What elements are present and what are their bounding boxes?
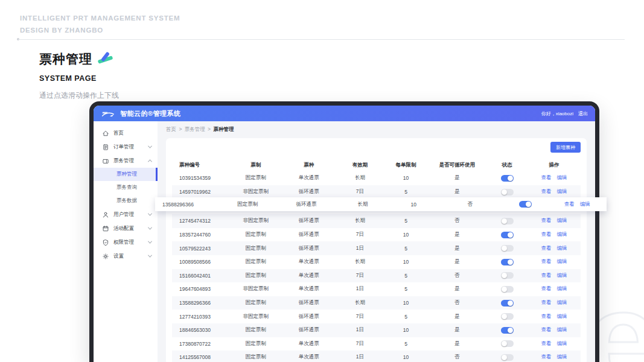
table-row[interactable]: 18846563030 固定票制 循环通票 1日 10 是 查看 编辑 [172,323,581,337]
floating-row-slot[interactable]: 13588296366 固定票制 循环通票 长期 10 否 查看 编辑 [155,197,607,211]
view-link[interactable]: 查看 [541,174,551,182]
view-link[interactable]: 查看 [541,188,551,195]
ticket-id: 10579522243 [172,246,229,252]
edit-link[interactable]: 编辑 [556,354,567,361]
edit-link[interactable]: 编辑 [556,340,567,348]
view-link[interactable]: 查看 [541,354,551,361]
edit-link[interactable]: 编辑 [556,174,567,182]
ticket-validity: 7日 [336,340,384,348]
view-link[interactable]: 查看 [541,299,551,306]
table-row[interactable]: 10089508566 固定票制 单次通票 长期 10 是 查看 编辑 [172,255,581,269]
breadcrumb-home[interactable]: 首页 [166,126,176,132]
edit-link[interactable]: 编辑 [556,217,567,224]
ticket-id: 10391534359 [172,175,229,181]
ticket-id: 10089508566 [172,259,229,265]
table-row[interactable]: 19647604893 非固定票制 单次通票 1日 5 是 查看 编辑 [172,282,581,296]
sidebar-subitem[interactable]: 票务数据 [94,194,158,208]
edit-link[interactable]: 编辑 [556,313,567,320]
edit-link[interactable]: 编辑 [580,201,590,208]
table-row[interactable]: 10391534359 固定票制 单次通票 长期 10 是 查看 编辑 [172,171,581,185]
status-toggle[interactable] [501,340,514,347]
view-link[interactable]: 查看 [541,245,551,252]
table-row[interactable]: 13588296366 固定票制 循环通票 长期 10 否 查看 编辑 [172,296,581,310]
ticket-system: 非固定票制 [229,217,282,224]
edit-link[interactable]: 编辑 [556,245,567,252]
table-card: 新增票种 票种编号 票制 票种 有效期 每单限制 是否可循环使用 状态 操作 [166,138,587,362]
ticket-type: 单次通票 [282,340,336,348]
view-link[interactable]: 查看 [541,340,551,348]
status-toggle[interactable] [501,259,514,265]
table-row[interactable]: 14597019962 非固定票制 循环通票 7日 5 是 查看 编辑 [172,185,581,199]
logout-link[interactable]: 退出 [578,110,588,117]
ticket-system: 非固定票制 [229,313,282,320]
sidebar-item-calendar[interactable]: 活动配置 [94,221,158,235]
table-row[interactable]: 15166042401 固定票制 单次通票 7日 5 否 查看 编辑 [172,269,581,283]
col-limit: 每单限制 [384,162,427,169]
ticket-system: 固定票制 [229,245,282,252]
status-toggle[interactable] [501,300,514,306]
status-toggle[interactable] [501,245,514,252]
table-row[interactable]: 12774210393 非固定票制 循环通票 7日 5 是 查看 编辑 [172,310,581,323]
table-row[interactable]: 10579522243 固定票制 循环通票 1日 5 是 查看 编辑 [172,241,581,255]
edit-link[interactable]: 编辑 [556,272,567,279]
table-row[interactable]: 18357244760 固定票制 循环通票 7日 10 是 查看 编辑 [172,228,581,242]
sidebar-item-user[interactable]: 用户管理 [94,208,158,221]
ticket-validity: 长期 [336,174,384,182]
view-link[interactable]: 查看 [564,201,575,208]
view-link[interactable]: 查看 [541,285,551,293]
col-status: 状态 [486,162,528,169]
recyclable-flag: 是 [427,174,486,182]
status-toggle[interactable] [519,201,532,208]
ticket-type: 单次通票 [282,258,336,265]
edit-link[interactable]: 编辑 [556,285,567,293]
add-ticket-type-button[interactable]: 新增票种 [550,142,581,153]
status-toggle[interactable] [501,354,514,361]
table-row[interactable]: 12745474312 非固定票制 循环通票 长期 5 否 查看 编辑 [172,214,581,228]
status-toggle[interactable] [501,232,514,238]
sidebar-item-ticket[interactable]: 票务管理 [94,154,158,168]
view-link[interactable]: 查看 [541,217,551,224]
edit-link[interactable]: 编辑 [556,326,567,334]
ticket-system: 固定票制 [229,258,282,265]
table-row[interactable]: 14125567008 固定票制 单次通票 1日 10 否 查看 编辑 [172,351,581,362]
status-toggle[interactable] [501,286,514,293]
view-link[interactable]: 查看 [541,272,551,279]
table-header: 票种编号 票制 票种 有效期 每单限制 是否可循环使用 状态 操作 [172,159,581,171]
sidebar-subitem[interactable]: 票种管理 [94,168,158,181]
col-ticket-id: 票种编号 [172,162,229,169]
view-link[interactable]: 查看 [541,258,551,265]
status-toggle[interactable] [501,272,514,279]
view-link[interactable]: 查看 [541,231,551,238]
ticket-validity: 1日 [336,245,384,252]
status-toggle[interactable] [501,189,514,195]
status-toggle[interactable] [501,313,514,320]
view-link[interactable]: 查看 [541,313,551,320]
view-link[interactable]: 查看 [541,326,551,334]
edit-link[interactable]: 编辑 [556,299,567,306]
table-row[interactable]: 17380870722 固定票制 单次通票 7日 5 是 查看 编辑 [172,337,581,351]
edit-link[interactable]: 编辑 [556,258,567,265]
status-toggle[interactable] [501,175,514,182]
table-row[interactable]: 13588296366 固定票制 循环通票 长期 10 否 查看 编辑 [155,197,607,211]
order-limit: 5 [384,341,427,347]
breadcrumb-ticketing[interactable]: 票务管理 [185,126,205,132]
order-limit: 5 [384,286,427,292]
app-header: 智能云的®管理系统 你好，xiaobozi 退出 [94,106,595,121]
sidebar-item-shield[interactable]: 权限管理 [94,235,158,249]
status-toggle[interactable] [501,327,514,334]
order-limit: 10 [384,232,427,238]
recyclable-flag: 否 [427,354,486,361]
chevron-icon [148,159,152,164]
sidebar-item-gear[interactable]: 设置 [94,249,158,263]
page-subtitle: SYSTEM PAGE [39,74,119,83]
sidebar-item-order[interactable]: 订单管理 [94,140,158,154]
content-area: 首页 > 票务管理 > 票种管理 新增票种 票种编号 票制 票种 [158,121,595,362]
recyclable-flag: 是 [427,340,486,348]
ticket-validity: 7日 [336,231,384,238]
sidebar-item-home[interactable]: 首页 [94,126,158,140]
status-toggle[interactable] [501,218,514,224]
edit-link[interactable]: 编辑 [556,231,567,238]
sidebar-subitem[interactable]: 票务查询 [94,181,158,194]
recyclable-flag: 是 [427,231,486,238]
edit-link[interactable]: 编辑 [556,188,567,195]
